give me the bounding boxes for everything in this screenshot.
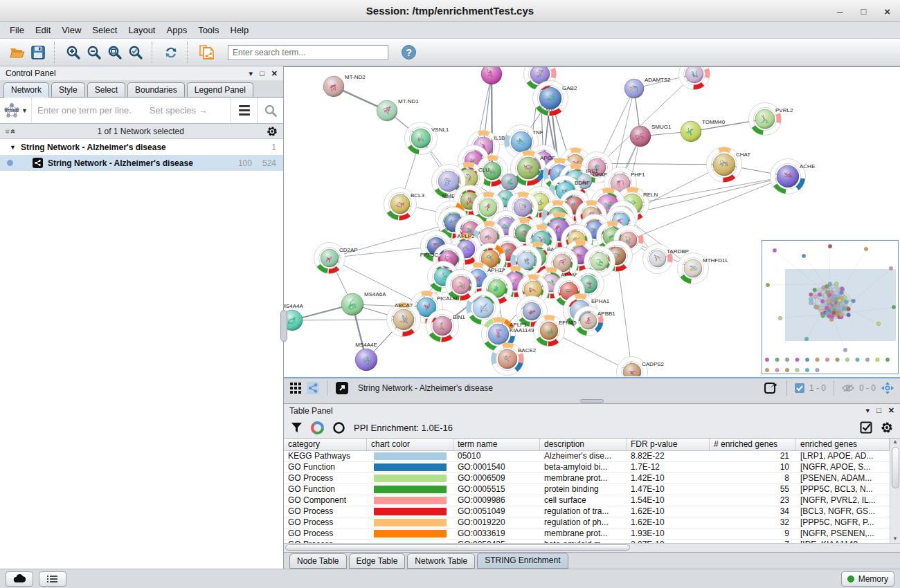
- help-button[interactable]: ?: [398, 42, 419, 63]
- gear-icon[interactable]: [881, 421, 893, 434]
- tab-boundaries[interactable]: Boundaries: [127, 82, 185, 97]
- table-row[interactable]: GO FunctionGO:0005515protein binding1.47…: [284, 484, 890, 495]
- birdseye-toggle-icon[interactable]: [881, 381, 894, 395]
- zoom-fit-button[interactable]: [105, 42, 125, 63]
- maximize-button[interactable]: □: [861, 7, 866, 16]
- minimize-button[interactable]: –: [837, 6, 843, 17]
- network-node[interactable]: MT-ND1: [377, 98, 419, 121]
- network-from-file-button[interactable]: [196, 42, 217, 63]
- tab-string-enrichment[interactable]: STRING Enrichment: [477, 553, 568, 569]
- string-source-selector[interactable]: STRING ▼: [0, 98, 32, 123]
- network-collection-row[interactable]: ▼ String Network - Alzheimer's disease 1: [0, 139, 283, 155]
- menu-item-help[interactable]: Help: [225, 24, 255, 37]
- table-row[interactable]: GO ProcessGO:0033619membrane prot...1.93…: [284, 529, 890, 540]
- tree-expand-icon[interactable]: ▼: [10, 144, 16, 151]
- network-node[interactable]: SMUG1: [630, 124, 672, 147]
- column-header[interactable]: FDR p-value: [627, 439, 710, 450]
- tab-style[interactable]: Style: [51, 82, 85, 97]
- panel-close-icon[interactable]: ✕: [271, 70, 278, 77]
- column-header[interactable]: description: [540, 439, 627, 450]
- network-node[interactable]: [481, 67, 502, 84]
- network-row[interactable]: String Network - Alzheimer's disease 100…: [0, 155, 283, 171]
- table-row[interactable]: GO FunctionGO:0001540beta-amyloid bi...1…: [284, 462, 890, 473]
- open-session-button[interactable]: [7, 42, 28, 63]
- column-header[interactable]: category: [284, 439, 367, 450]
- network-node[interactable]: APBB1: [574, 306, 616, 336]
- tab-select[interactable]: Select: [87, 82, 125, 97]
- string-options-button[interactable]: [231, 98, 257, 123]
- tab-legend-panel[interactable]: Legend Panel: [187, 82, 253, 97]
- tab-network-table[interactable]: Network Table: [407, 553, 475, 569]
- network-node[interactable]: [501, 174, 518, 190]
- tab-network[interactable]: Network: [3, 82, 49, 98]
- expand-all-icon[interactable]: »: [8, 129, 17, 134]
- network-node[interactable]: MT-ND2: [323, 74, 366, 97]
- menu-item-select[interactable]: Select: [87, 24, 123, 37]
- column-header[interactable]: enriched genes: [796, 439, 890, 450]
- enrichment-chart-icon[interactable]: [311, 421, 324, 434]
- table-row[interactable]: GO ComponentGO:0009986cell surface1.54E-…: [284, 495, 890, 506]
- panel-splitter-grip[interactable]: [280, 310, 287, 342]
- network-node[interactable]: CADPS2: [617, 357, 665, 377]
- scrollbar-thumb[interactable]: [285, 544, 630, 551]
- network-node[interactable]: TOMM40: [681, 119, 726, 142]
- zoom-selected-button[interactable]: [125, 42, 146, 63]
- filter-icon[interactable]: [291, 422, 303, 434]
- network-node[interactable]: ADAMTS2: [624, 77, 671, 98]
- tab-node-table[interactable]: Node Table: [289, 553, 347, 569]
- table-horizontal-scrollbar[interactable]: [284, 543, 900, 552]
- table-row[interactable]: KEGG Pathways05010Alzheimer's dise...8.8…: [284, 451, 890, 462]
- network-node[interactable]: MTHFD1L: [678, 253, 729, 284]
- column-header[interactable]: chart color: [367, 439, 453, 450]
- string-term-input[interactable]: Enter one term per line. Set species →: [32, 98, 231, 123]
- network-node[interactable]: CHAT: [707, 147, 751, 183]
- column-header[interactable]: # enriched genes: [710, 439, 796, 450]
- scrollbar-thumb[interactable]: [892, 447, 899, 488]
- share-network-icon[interactable]: [307, 382, 319, 394]
- hidden-eye-icon[interactable]: [842, 383, 854, 393]
- close-button[interactable]: ×: [884, 6, 890, 17]
- refresh-button[interactable]: [161, 42, 181, 63]
- menu-item-apps[interactable]: Apps: [161, 24, 193, 37]
- horizontal-splitter[interactable]: [284, 398, 900, 403]
- tab-edge-table[interactable]: Edge Table: [349, 553, 406, 569]
- task-history-button[interactable]: [39, 571, 66, 587]
- panel-menu-icon[interactable]: ▾: [249, 70, 253, 77]
- menu-item-layout[interactable]: Layout: [123, 24, 161, 37]
- grid-view-icon[interactable]: [289, 382, 302, 394]
- table-row[interactable]: GO ProcessGO:0019220regulation of ph...1…: [284, 517, 890, 529]
- table-row[interactable]: GO ProcessGO:0006509membrane prot...1.42…: [284, 473, 890, 484]
- scroll-down-icon[interactable]: ▼: [892, 535, 898, 542]
- selected-checkbox-icon[interactable]: [795, 383, 804, 393]
- menu-item-file[interactable]: File: [4, 24, 30, 37]
- zoom-in-button[interactable]: [63, 42, 84, 63]
- panel-close-icon[interactable]: ✕: [888, 407, 894, 414]
- network-node[interactable]: MS4A4E: [355, 342, 377, 371]
- menu-item-tools[interactable]: Tools: [192, 24, 224, 37]
- panel-float-icon[interactable]: □: [876, 407, 881, 414]
- table-vertical-scrollbar[interactable]: ▲ ▼: [890, 439, 900, 543]
- network-node[interactable]: GAB2: [533, 81, 577, 116]
- network-node[interactable]: BIN1: [426, 310, 466, 342]
- network-node[interactable]: [679, 67, 710, 90]
- network-node[interactable]: BCL3: [384, 188, 425, 221]
- export-network-icon[interactable]: [764, 380, 779, 396]
- open-in-string-icon[interactable]: [335, 381, 349, 395]
- network-node[interactable]: ABCA7: [387, 302, 421, 337]
- zoom-out-button[interactable]: [84, 42, 105, 63]
- cloud-tasks-button[interactable]: [6, 571, 33, 587]
- memory-button[interactable]: Memory: [841, 571, 894, 587]
- string-search-button[interactable]: [257, 98, 283, 123]
- birdseye-view[interactable]: [762, 240, 899, 374]
- scroll-up-icon[interactable]: ▲: [892, 439, 898, 445]
- panel-float-icon[interactable]: □: [260, 70, 264, 77]
- panel-menu-icon[interactable]: ▾: [866, 407, 870, 414]
- menu-item-edit[interactable]: Edit: [30, 24, 56, 37]
- network-canvas[interactable]: MT-ND2ADAMTS2GAB2MT-ND1PVRL2TOMM40SMUG1V…: [284, 66, 900, 377]
- column-header[interactable]: term name: [453, 439, 540, 450]
- select-columns-icon[interactable]: [860, 421, 872, 434]
- network-node[interactable]: ACHE: [771, 159, 816, 194]
- network-node[interactable]: BACE2: [492, 343, 537, 376]
- network-node[interactable]: VSNL1: [405, 122, 449, 155]
- save-session-button[interactable]: [28, 42, 48, 63]
